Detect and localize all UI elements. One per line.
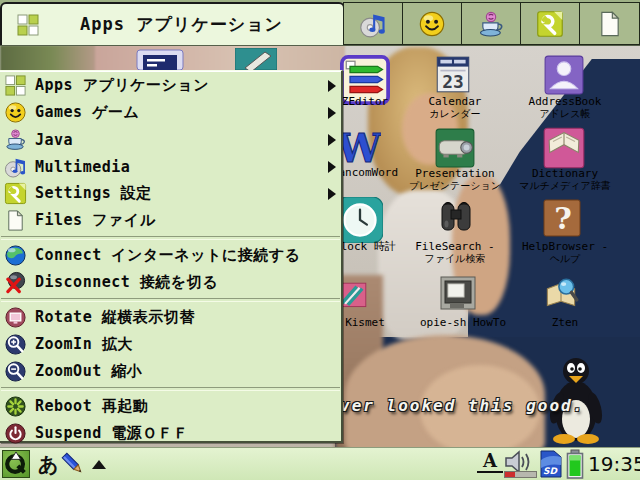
desktop-icon-helpbrowser[interactable]: ? <box>542 198 582 238</box>
hidden-icon-fragment <box>235 48 277 70</box>
desktop-label-filesearch[interactable]: FileSearch -ファイル検索 <box>405 241 505 265</box>
smiley-icon <box>4 101 27 124</box>
desktop-icon-calendar[interactable]: 23 <box>432 54 474 96</box>
apps-grid-icon <box>4 74 27 97</box>
desktop-icon-opie-sh-howto[interactable] <box>438 274 478 314</box>
q-logo-icon <box>3 451 29 477</box>
volume-speaker-icon[interactable] <box>504 450 534 470</box>
volume-level-bar <box>504 471 537 478</box>
battery-icon[interactable] <box>565 449 585 479</box>
java-cup-icon <box>477 10 505 38</box>
volume-level-fill <box>505 472 515 477</box>
menu-item-zoomout[interactable]: ZoomOut 縮小 <box>0 358 341 385</box>
q-menu-button[interactable] <box>2 450 30 478</box>
menu-item-disconnect[interactable]: Disconnect 接続を切る <box>0 269 341 296</box>
menu-separator <box>1 236 340 240</box>
desktop-label-addressbook[interactable]: AddressBookアドレス帳 <box>515 96 615 120</box>
menu-item-zoomin[interactable]: ZoomIn 拡大 <box>0 331 341 358</box>
svg-text:SD: SD <box>543 466 558 476</box>
wrench-icon <box>536 10 564 38</box>
menu-item-settings[interactable]: Settings 設定 <box>0 180 341 207</box>
pencil-input-icon[interactable] <box>60 451 86 477</box>
tab-settings[interactable] <box>520 2 580 45</box>
tab-bar: Apps アプリケーション <box>0 0 640 46</box>
desktop-label-calendar[interactable]: Calendarカレンダー <box>405 96 505 120</box>
menu-item-apps[interactable]: Apps アプリケーション <box>0 72 341 99</box>
globe-icon <box>4 244 27 267</box>
menu-item-suspend[interactable]: Suspend 電源ＯＦＦ <box>0 420 341 447</box>
menu-item-games[interactable]: Games ゲーム <box>0 99 341 126</box>
apps-grid-icon <box>16 13 40 37</box>
desktop-icon-presentation[interactable] <box>434 127 476 169</box>
submenu-arrow-icon <box>328 134 336 146</box>
music-note-cd-icon <box>4 155 27 178</box>
svg-text:W: W <box>337 126 381 170</box>
desktop-label-helpbrowser[interactable]: HelpBrowser -ヘルプ <box>515 241 615 265</box>
desktop-icon-addressbook[interactable] <box>543 54 585 96</box>
wrench-icon <box>4 182 27 205</box>
wallpaper-caption: ver looked this good. <box>340 396 584 415</box>
svg-text:?: ? <box>554 201 572 236</box>
java-cup-icon <box>4 128 27 151</box>
submenu-arrow-icon <box>328 161 336 173</box>
document-icon <box>4 209 27 232</box>
submenu-arrow-icon <box>328 188 336 200</box>
smiley-icon <box>418 10 446 38</box>
zoom-out-icon <box>4 360 27 383</box>
input-method-indicator[interactable]: あ <box>38 451 58 478</box>
menu-item-reboot[interactable]: Reboot 再起動 <box>0 393 341 420</box>
page-title: Apps アプリケーション <box>40 13 343 36</box>
menu-separator <box>1 298 340 302</box>
wallpaper-blur <box>90 45 345 73</box>
tab-games[interactable] <box>402 2 462 45</box>
music-note-cd-icon <box>359 10 387 38</box>
zoom-in-icon <box>4 333 27 356</box>
menu-separator <box>1 387 340 391</box>
reboot-icon <box>4 395 27 418</box>
svg-text:23: 23 <box>442 71 463 92</box>
tab-java[interactable] <box>461 2 521 45</box>
globe-disconnect-icon <box>4 271 27 294</box>
desktop-label-presentation[interactable]: Presentationプレゼンテーション <box>405 168 505 192</box>
desktop-icon-zten[interactable] <box>540 273 582 315</box>
menu-item-connect[interactable]: Connect インターネットに接続する <box>0 242 341 269</box>
taskbar-up-arrow-icon[interactable] <box>92 460 106 469</box>
q-menu: Apps アプリケーション Games ゲーム Java Multimedia … <box>0 70 343 443</box>
tab-multimedia[interactable] <box>343 2 403 45</box>
menu-item-multimedia[interactable]: Multimedia <box>0 153 341 180</box>
taskbar-clock[interactable]: 19:35 <box>588 452 640 476</box>
submenu-arrow-icon <box>328 107 336 119</box>
menu-item-files[interactable]: Files ファイル <box>0 207 341 234</box>
menu-item-rotate[interactable]: Rotate 縦横表示切替 <box>0 304 341 331</box>
desktop-icon-hancomword[interactable]: W <box>337 126 381 170</box>
rotate-screen-icon <box>4 306 27 329</box>
desktop-icon-clock[interactable] <box>337 197 383 243</box>
desktop-icon-filesearch[interactable] <box>436 198 476 238</box>
tab-apps-active[interactable]: Apps アプリケーション <box>0 2 345 45</box>
tab-documents[interactable] <box>579 2 640 45</box>
menu-item-java[interactable]: Java <box>0 126 341 153</box>
desktop-label-zten[interactable]: Zten <box>515 317 615 329</box>
font-indicator[interactable]: A <box>477 451 503 473</box>
wallpaper-foliage <box>0 45 95 73</box>
desktop-label-opie-sh-howto[interactable]: opie-sh HowTo <box>405 317 521 329</box>
pda-screen: ver looked this good. ZEditor W HancomWo… <box>0 0 640 480</box>
document-icon <box>596 10 624 38</box>
sd-card-icon[interactable]: SD <box>538 450 562 478</box>
submenu-arrow-icon <box>328 80 336 92</box>
taskbar: あ A SD 19:35 <box>0 447 640 480</box>
hidden-icon-fragment <box>135 48 185 70</box>
desktop-label-dictionary[interactable]: Dictionaryマルチメディア辞書 <box>509 168 621 192</box>
power-icon <box>4 422 27 445</box>
desktop-icon-dictionary[interactable] <box>542 126 586 170</box>
